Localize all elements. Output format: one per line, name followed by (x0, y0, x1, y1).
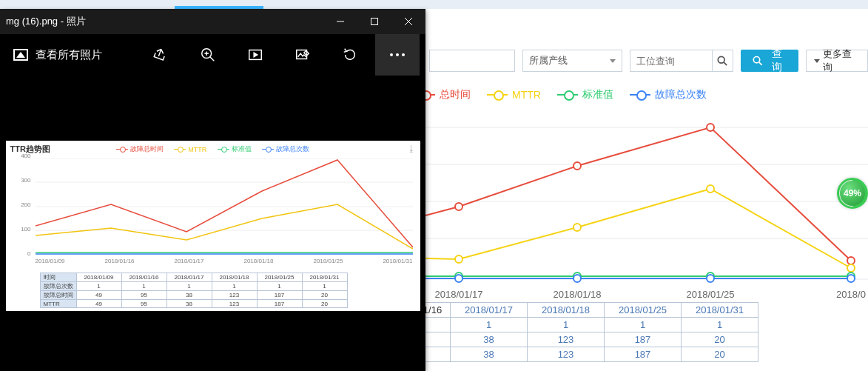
rotate-button[interactable] (328, 34, 372, 76)
legend-std[interactable]: 标准值 (557, 88, 613, 101)
mini-y-axis: 0100200300400 (12, 156, 33, 253)
svg-point-11 (707, 124, 714, 131)
photos-window: mg (16).png - 照片 查看所有照片 TTR趋势图 (0, 9, 425, 371)
svg-point-2 (753, 57, 759, 63)
more-query-button[interactable]: 更多查询 (806, 50, 868, 72)
legend-mttr[interactable]: MTTR (487, 89, 541, 101)
zoom-button[interactable] (186, 34, 230, 76)
svg-line-1 (724, 62, 727, 65)
svg-point-0 (718, 56, 724, 63)
minimize-button[interactable] (323, 9, 357, 34)
svg-line-3 (758, 62, 761, 65)
mini-legend: 故障总时间 MTTR 标准值 故障总次数 (6, 144, 420, 154)
view-all-label: 查看所有照片 (36, 48, 102, 62)
svg-point-23 (707, 275, 714, 282)
more-options-button[interactable] (375, 34, 420, 76)
collection-icon (13, 49, 28, 61)
query-button-label: 查询 (767, 47, 787, 74)
progress-badge-value: 49% (844, 188, 861, 198)
photos-titlebar[interactable]: mg (16).png - 照片 (0, 9, 425, 34)
svg-point-13 (455, 255, 462, 263)
photo-viewport[interactable]: TTR趋势图 ⭳ 故障总时间 MTTR 标准值 故障总次数 0100200300… (0, 76, 425, 371)
slideshow-button[interactable] (233, 34, 277, 76)
svg-marker-34 (254, 53, 258, 57)
svg-point-21 (455, 275, 462, 282)
big-data-table: 1/16 2018/01/17 2018/01/18 2018/01/25 20… (414, 302, 758, 362)
chevron-down-icon (814, 59, 820, 63)
view-all-photos-button[interactable]: 查看所有照片 (6, 44, 110, 67)
svg-point-24 (847, 275, 855, 282)
svg-point-22 (573, 275, 581, 282)
ellipsis-icon (390, 53, 405, 56)
query-button[interactable]: 查询 (741, 50, 798, 72)
caret-down-icon (610, 59, 616, 63)
edit-image-button[interactable] (280, 34, 325, 76)
share-button[interactable] (138, 34, 183, 76)
more-query-label: 更多查询 (823, 47, 860, 74)
progress-badge[interactable]: 49% (837, 178, 868, 209)
svg-point-9 (455, 203, 462, 210)
mini-table: 时间2018/01/092018/01/162018/01/172018/01/… (40, 273, 348, 308)
svg-line-30 (210, 57, 215, 61)
mini-chart-image: TTR趋势图 ⭳ 故障总时间 MTTR 标准值 故障总次数 0100200300… (6, 141, 420, 311)
mini-x-axis: 2018/01/092018/01/16 2018/01/172018/01/1… (36, 258, 413, 264)
station-search (630, 50, 733, 72)
photos-title: mg (16).png - 照片 (6, 15, 323, 28)
svg-point-15 (707, 185, 714, 193)
svg-point-16 (847, 264, 855, 272)
legend-count[interactable]: 故障总次数 (630, 88, 707, 101)
close-button[interactable] (391, 9, 425, 34)
photos-toolbar: 查看所有照片 (0, 34, 425, 76)
svg-rect-26 (371, 19, 378, 25)
browser-tab-hint (0, 0, 868, 9)
svg-point-10 (573, 162, 581, 170)
svg-point-14 (573, 224, 581, 231)
station-search-button[interactable] (712, 50, 733, 71)
svg-point-12 (847, 257, 855, 264)
line-dropdown-label: 所属产线 (529, 54, 568, 67)
mini-plot (36, 158, 413, 255)
partial-dropdown[interactable] (429, 50, 515, 72)
maximize-button[interactable] (357, 9, 391, 34)
line-dropdown[interactable]: 所属产线 (522, 50, 622, 72)
station-input[interactable] (630, 50, 712, 71)
